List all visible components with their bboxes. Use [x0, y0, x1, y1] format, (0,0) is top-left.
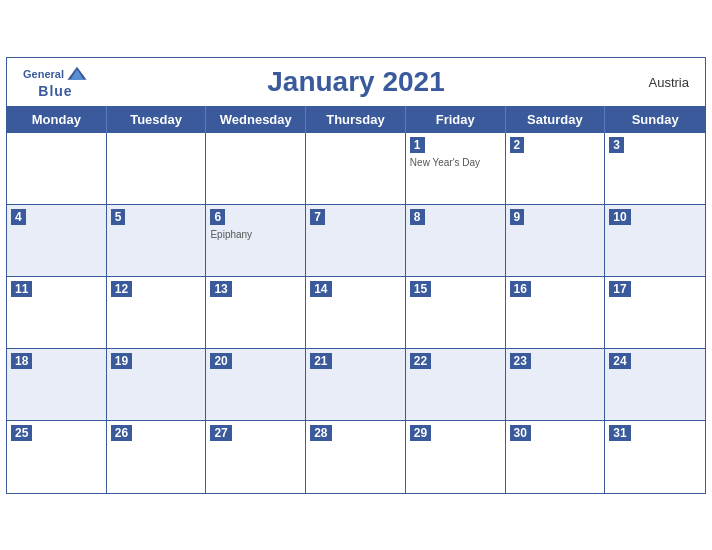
cell-event: Epiphany: [210, 229, 301, 240]
calendar-cell: 23: [506, 349, 606, 421]
calendar-cell: 4: [7, 205, 107, 277]
cell-date: 31: [609, 425, 630, 441]
day-header-thursday: Thursday: [306, 106, 406, 133]
calendar-cell: 20: [206, 349, 306, 421]
calendar-cell: 14: [306, 277, 406, 349]
cell-date: 30: [510, 425, 531, 441]
calendar-cell: 11: [7, 277, 107, 349]
logo-general-text: General: [23, 68, 64, 80]
cell-date: 20: [210, 353, 231, 369]
calendar-cell: 1New Year's Day: [406, 133, 506, 205]
calendar-cell: 22: [406, 349, 506, 421]
day-header-monday: Monday: [7, 106, 107, 133]
calendar-cell: 3: [605, 133, 705, 205]
logo-icon: [66, 65, 88, 83]
calendar-cell: 21: [306, 349, 406, 421]
calendar-cell: [306, 133, 406, 205]
cell-date: 4: [11, 209, 26, 225]
cell-date: 17: [609, 281, 630, 297]
cell-date: 1: [410, 137, 425, 153]
cell-date: 16: [510, 281, 531, 297]
cell-date: 15: [410, 281, 431, 297]
day-header-tuesday: Tuesday: [107, 106, 207, 133]
cell-date: 7: [310, 209, 325, 225]
calendar: General Blue January 2021 Austria Monday…: [6, 57, 706, 494]
day-header-friday: Friday: [406, 106, 506, 133]
calendar-cell: 25: [7, 421, 107, 493]
calendar-cell: 29: [406, 421, 506, 493]
cell-date: 24: [609, 353, 630, 369]
logo-area: General Blue: [23, 65, 88, 99]
calendar-cell: 16: [506, 277, 606, 349]
day-header-sunday: Sunday: [605, 106, 705, 133]
cell-date: 10: [609, 209, 630, 225]
calendar-cell: 9: [506, 205, 606, 277]
calendar-cell: 19: [107, 349, 207, 421]
calendar-cell: 8: [406, 205, 506, 277]
cell-date: 18: [11, 353, 32, 369]
calendar-cell: 17: [605, 277, 705, 349]
calendar-cell: [206, 133, 306, 205]
cell-date: 26: [111, 425, 132, 441]
calendar-cell: 10: [605, 205, 705, 277]
cell-date: 29: [410, 425, 431, 441]
calendar-cell: 26: [107, 421, 207, 493]
calendar-cell: 13: [206, 277, 306, 349]
day-header-wednesday: Wednesday: [206, 106, 306, 133]
cell-date: 21: [310, 353, 331, 369]
cell-date: 22: [410, 353, 431, 369]
cell-date: 25: [11, 425, 32, 441]
calendar-cell: 24: [605, 349, 705, 421]
calendar-cell: 7: [306, 205, 406, 277]
calendar-cell: 30: [506, 421, 606, 493]
cell-event: New Year's Day: [410, 157, 501, 168]
calendar-cell: 18: [7, 349, 107, 421]
calendar-cell: [107, 133, 207, 205]
cell-date: 28: [310, 425, 331, 441]
cell-date: 19: [111, 353, 132, 369]
calendar-cell: 31: [605, 421, 705, 493]
calendar-cell: [7, 133, 107, 205]
cell-date: 27: [210, 425, 231, 441]
calendar-grid: 1New Year's Day23456Epiphany789101112131…: [7, 133, 705, 493]
day-headers: Monday Tuesday Wednesday Thursday Friday…: [7, 106, 705, 133]
cell-date: 6: [210, 209, 225, 225]
cell-date: 13: [210, 281, 231, 297]
calendar-cell: 2: [506, 133, 606, 205]
logo-blue-text: Blue: [38, 83, 72, 99]
calendar-cell: 6Epiphany: [206, 205, 306, 277]
cell-date: 11: [11, 281, 32, 297]
cell-date: 23: [510, 353, 531, 369]
cell-date: 8: [410, 209, 425, 225]
calendar-cell: 5: [107, 205, 207, 277]
cell-date: 3: [609, 137, 624, 153]
month-title: January 2021: [267, 66, 444, 98]
cell-date: 14: [310, 281, 331, 297]
calendar-cell: 15: [406, 277, 506, 349]
cell-date: 9: [510, 209, 525, 225]
day-header-saturday: Saturday: [506, 106, 606, 133]
country-label: Austria: [649, 74, 689, 89]
cell-date: 2: [510, 137, 525, 153]
calendar-cell: 12: [107, 277, 207, 349]
cell-date: 5: [111, 209, 126, 225]
calendar-header: General Blue January 2021 Austria: [7, 58, 705, 106]
calendar-cell: 27: [206, 421, 306, 493]
calendar-cell: 28: [306, 421, 406, 493]
cell-date: 12: [111, 281, 132, 297]
